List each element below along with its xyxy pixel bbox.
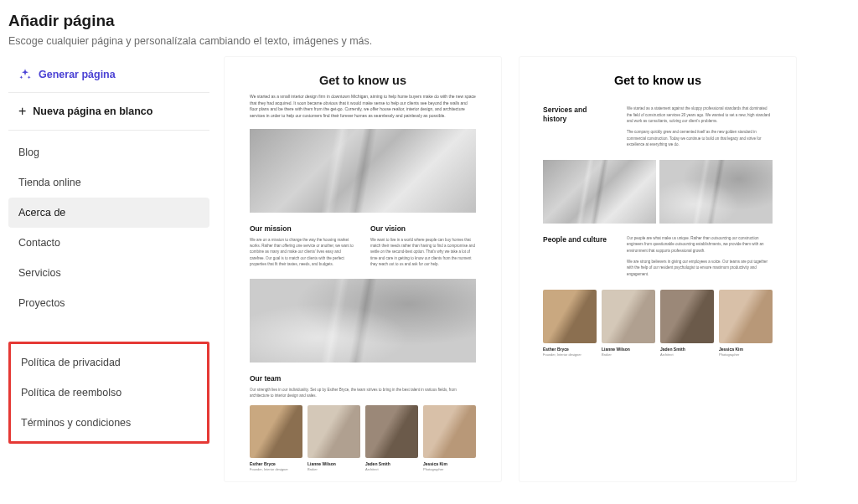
member-name: Esther Bryce	[543, 347, 597, 352]
member-role: Broker	[308, 467, 360, 471]
avatar	[308, 405, 360, 458]
avatar	[719, 290, 773, 343]
avatar	[365, 405, 418, 458]
highlight-box: Política de privacidad Política de reemb…	[8, 342, 209, 444]
member-name: Jessica Kim	[423, 461, 476, 466]
member-role: Architect	[365, 467, 418, 471]
team-member: Jessica Kim Photographer	[423, 405, 476, 471]
page-title: Añadir página	[8, 12, 850, 30]
avatar	[602, 290, 655, 343]
member-role: Founder, Interior designer	[543, 352, 597, 357]
member-role: Founder, Interior designer	[250, 467, 302, 471]
page-subtitle: Escoge cualquier página y personalízala …	[8, 35, 850, 47]
team-member: Lianne Wilson Broker	[602, 290, 655, 357]
preview1-image-2	[250, 279, 476, 363]
generate-page-label: Generar página	[39, 69, 116, 80]
preview1-intro: We started as a small interior design fi…	[250, 94, 476, 119]
blank-page-label: Nueva página en blanco	[33, 105, 152, 117]
preview2-services-heading: Services and history	[543, 105, 610, 123]
member-name: Jessica Kim	[719, 347, 773, 352]
member-name: Lianne Wilson	[308, 461, 360, 466]
p2-text-block: We started as a statement against the sl…	[627, 105, 773, 125]
preview1-mission-heading: Our mission	[250, 224, 355, 233]
sidebar-item-tienda[interactable]: Tienda online	[8, 167, 209, 198]
member-name: Jaden Smith	[660, 347, 714, 352]
sidebar-item-reembolso[interactable]: Política de reembolso	[11, 378, 207, 408]
member-role: Architect	[660, 352, 714, 357]
member-role: Photographer	[423, 467, 476, 471]
avatar	[660, 290, 714, 343]
p2-text-block: We are strong believers in giving our em…	[627, 259, 773, 278]
plus-icon: +	[18, 104, 26, 119]
team-member: Esther Bryce Founder, Interior designer	[543, 290, 597, 357]
sidebar: Generar página + Nueva página en blanco …	[8, 57, 209, 481]
avatar	[250, 405, 302, 458]
preview2-people-text: Our people are what make us unique. Rath…	[627, 235, 773, 278]
p2-text-block: Our people are what make us unique. Rath…	[627, 235, 773, 255]
p2-text-block: The company quickly grew and cemented it…	[627, 129, 773, 148]
template-preview-1[interactable]: Get to know us We started as a small int…	[225, 57, 501, 481]
preview1-vision-heading: Our vision	[370, 224, 476, 233]
preview2-image-1	[543, 160, 656, 224]
sidebar-item-servicios[interactable]: Servicios	[8, 258, 209, 288]
member-name: Esther Bryce	[250, 461, 302, 466]
preview2-heading: Get to know us	[543, 74, 773, 87]
team-member: Jessica Kim Photographer	[719, 290, 773, 357]
team-member: Esther Bryce Founder, Interior designer	[250, 405, 302, 471]
avatar	[423, 405, 476, 458]
sidebar-item-terminos[interactable]: Términos y condiciones	[11, 408, 207, 438]
team-member: Jaden Smith Architect	[660, 290, 714, 357]
team-member: Jaden Smith Architect	[365, 405, 418, 471]
preview2-services-text: We started as a statement against the sl…	[627, 105, 773, 148]
sidebar-item-blog[interactable]: Blog	[8, 137, 209, 167]
team-member: Lianne Wilson Broker	[308, 405, 360, 471]
avatar	[543, 290, 597, 343]
sidebar-item-contacto[interactable]: Contacto	[8, 228, 209, 258]
preview1-mission-text: We are on a mission to change the way th…	[250, 237, 355, 267]
preview1-team-text: Our strength lies in our individuality. …	[250, 387, 476, 399]
sidebar-item-acerca[interactable]: Acerca de	[8, 198, 209, 228]
sidebar-item-proyectos[interactable]: Proyectos	[8, 288, 209, 318]
member-role: Broker	[602, 352, 655, 357]
preview1-team-heading: Our team	[250, 374, 476, 383]
preview1-hero-image	[250, 129, 476, 213]
member-name: Lianne Wilson	[602, 347, 655, 352]
preview1-vision-text: We want to live in a world where people …	[370, 237, 476, 267]
preview2-people-heading: People and culture	[543, 235, 610, 244]
member-role: Photographer	[719, 352, 773, 357]
preview1-heading: Get to know us	[250, 74, 476, 87]
preview2-image-2	[659, 160, 773, 224]
member-name: Jaden Smith	[365, 461, 418, 466]
sparkle-icon	[18, 68, 32, 81]
template-preview-2[interactable]: Get to know us Services and history We s…	[519, 57, 796, 481]
blank-page-button[interactable]: + Nueva página en blanco	[8, 93, 209, 131]
sidebar-item-privacidad[interactable]: Política de privacidad	[11, 347, 207, 378]
generate-page-button[interactable]: Generar página	[8, 57, 209, 93]
